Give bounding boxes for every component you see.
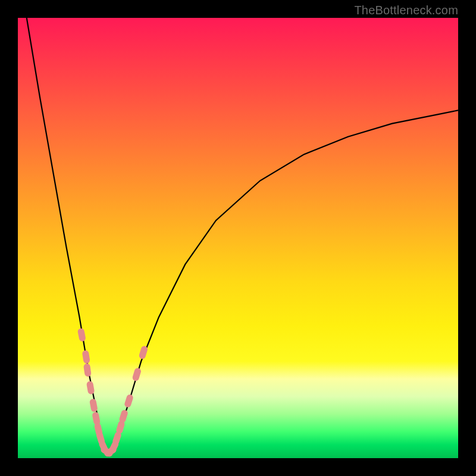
curve-marker xyxy=(138,345,148,359)
marker-group xyxy=(77,328,149,458)
curve-marker xyxy=(86,381,95,395)
curve-marker xyxy=(124,394,134,408)
watermark-text: TheBottleneck.com xyxy=(354,4,458,17)
curve-marker xyxy=(77,328,86,342)
curve-marker xyxy=(89,398,98,412)
curve-marker xyxy=(82,350,90,364)
curve-marker xyxy=(118,409,129,424)
chart-frame: TheBottleneck.com xyxy=(0,0,476,476)
curve-marker xyxy=(131,367,142,381)
curve-marker xyxy=(83,363,92,377)
curve-layer xyxy=(18,18,458,458)
plot-area xyxy=(18,18,458,458)
